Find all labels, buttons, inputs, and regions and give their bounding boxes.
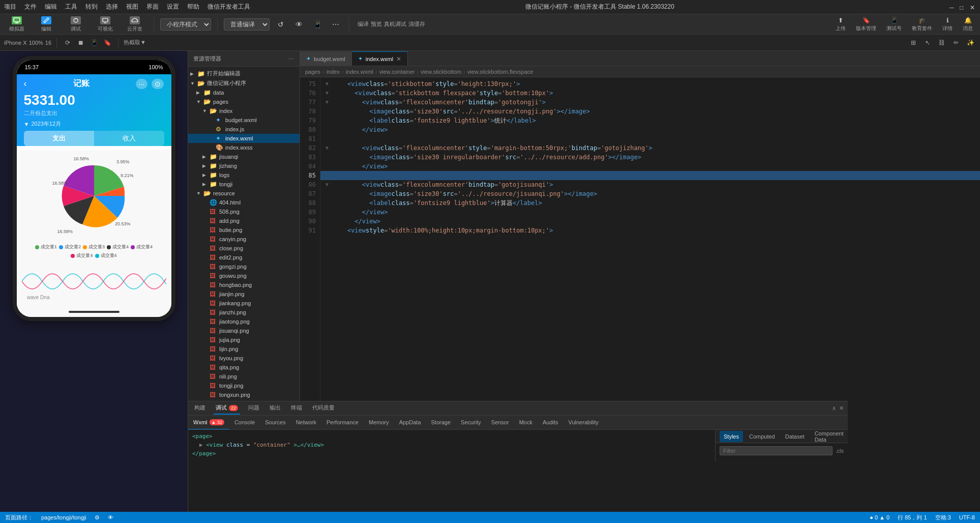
subtab-styles[interactable]: Styles [720,431,743,442]
devtools-tab-performance[interactable]: Performance [321,416,364,430]
code-line[interactable]: <image class='size30 inregularboarder' s… [320,153,980,162]
bottom-tab-quality[interactable]: 代码质量 [310,402,337,415]
menu-item-interface[interactable]: 界面 [146,3,159,11]
menu-item-view[interactable]: 视图 [126,3,138,11]
tree-item[interactable]: ▼📂pages [188,97,300,106]
eye-button[interactable]: 👁 [292,17,306,32]
tree-item[interactable]: 🖼canyin.png [188,235,300,244]
bottom-tab-terminal[interactable]: 终端 [300,402,304,415]
panel-collapse-btn[interactable]: ∧ [832,405,836,412]
more-button[interactable]: ⋯ [329,17,343,32]
tab-index-wxml[interactable]: ✦ index.wxml ✕ [352,51,408,66]
grid-icon[interactable]: ⊞ [908,37,919,48]
tab-budget-wxml[interactable]: ✦ budget.wxml [300,51,352,66]
menu-item-help[interactable]: 帮助 [187,3,199,11]
rotate-button[interactable]: ⟳ [62,37,73,48]
tree-item[interactable]: 🖼tongji.png [188,381,300,390]
wand-icon[interactable]: ✨ [965,37,976,48]
tree-item[interactable]: 🖼jiankang.png [188,299,300,308]
code-line[interactable]: ▼ <view class='stickbottom' style='heigh… [320,79,980,89]
menu-item-project[interactable]: 项目 [4,3,16,11]
tree-item[interactable]: ▶📁jizhang [188,161,300,170]
tree-item[interactable]: 🖼nili.png [188,372,300,381]
simulate-button[interactable]: 模拟器 [4,15,29,34]
back-icon[interactable]: ‹ [24,78,27,89]
filter-input[interactable] [720,446,833,455]
status-eye-icon[interactable]: 👁 [108,514,113,520]
code-line[interactable]: <view style='width:100%;height:10px;marg… [320,226,980,235]
subtab-computed[interactable]: Computed [745,431,779,442]
code-line[interactable]: <image class='size30' src='../../resourc… [320,189,980,198]
tab-expense[interactable]: 支出 [24,131,94,146]
message-button[interactable]: 🔔 消息 [960,16,976,33]
testnum-button[interactable]: 📱 测试号 [883,16,905,33]
tree-item[interactable]: 🖼add.png [188,216,300,225]
filetree-expand-btn[interactable]: ··· [287,54,294,63]
minimize-button[interactable]: ─ [949,4,956,10]
menu-item-edit[interactable]: 编辑 [45,3,57,11]
cloud-button[interactable]: 云开发 [122,15,147,34]
tree-item[interactable]: 🖼butie.png [188,225,300,235]
tree-item[interactable]: 🖼508.png [188,207,300,216]
version-button[interactable]: 🔖 版本管理 [853,16,879,33]
tree-item[interactable]: 🌐404.html [188,198,300,207]
code-line[interactable]: </view> [320,217,980,226]
upload-button[interactable]: ⬆ 上传 [833,16,849,33]
tree-item[interactable]: ▶📁jisuanqi [188,152,300,161]
tree-item[interactable]: ▶📁logs [188,170,300,180]
code-line[interactable]: </view> [320,125,980,134]
editor-button[interactable]: 编辑 [34,15,59,34]
tree-item[interactable]: ▼📂index [188,106,300,115]
debug-button[interactable]: 调试 [63,15,88,34]
tree-item[interactable]: ✦index.wxml [188,134,300,143]
menu-item-tools[interactable]: 工具 [65,3,77,11]
tree-item[interactable]: ✦budget.wxml [188,115,300,125]
tree-item[interactable]: 🖼edit2.png [188,253,300,262]
devtools-tab-security[interactable]: Security [456,416,486,430]
code-line[interactable]: ▼ <view class='stickbottom flexspace' st… [320,89,980,98]
tree-item[interactable]: 🖼gongzi.png [188,262,300,271]
compile-select[interactable]: 普通编译 [224,18,270,31]
tree-item[interactable]: ▼📂微信记账小程序 [188,78,300,88]
tree-item[interactable]: 🖼jisuanqi.png [188,326,300,335]
code-line[interactable]: </view> [320,208,980,217]
devtools-tab-appdata[interactable]: AppData [394,416,426,430]
tree-item[interactable]: 🖼close.png [188,244,300,253]
stop-button[interactable]: ⏹ [75,37,86,48]
code-line[interactable]: ▼ <view class='flexcolumncenter' style='… [320,143,980,153]
menu-dots-icon[interactable]: ··· [136,79,148,89]
tree-item[interactable]: 🖼hongbao.png [188,280,300,289]
details-button[interactable]: ℹ 详情 [939,16,956,33]
tab-income[interactable]: 收入 [94,131,164,146]
tree-item[interactable]: 🖼lvyou.png [188,354,300,363]
menu-item-goto[interactable]: 转到 [85,3,98,11]
code-line[interactable]: <image class='size30' src='../../resourc… [320,107,980,116]
tree-item[interactable]: ⚙index.js [188,125,300,134]
link-icon[interactable]: ⛓ [936,37,947,48]
tree-item[interactable]: 🖼jiaotong.png [188,317,300,326]
tree-item[interactable]: 🖼lijin.png [188,344,300,354]
code-line[interactable]: </view> [320,162,980,171]
code-line[interactable]: ▼ <view class='flexcolumncenter' bindtap… [320,98,980,107]
tab-close-button[interactable]: ✕ [396,55,401,63]
tree-item[interactable]: 🖼gouwu.png [188,271,300,280]
subtab-component[interactable]: Component Data [811,431,848,442]
preview-button[interactable]: 可视化 [93,15,118,34]
phone-button[interactable]: 📱 [310,17,324,32]
code-line[interactable]: <label class='fontsize9 lightblue'>统计</l… [320,116,980,125]
camera-icon[interactable]: ⊙ [152,79,164,89]
devtools-tab-sensor[interactable]: Sensor [486,416,514,430]
wxml-line-view[interactable]: ▶ <view class = "container" >…</view> [300,441,711,449]
devtools-tab-network[interactable]: Network [300,416,321,430]
wxml-line-end[interactable]: </page> [300,449,711,458]
tree-item[interactable]: 🎨index.wxss [188,143,300,152]
menu-item-weixin[interactable]: 微信开发者工具 [207,3,250,11]
maximize-button[interactable]: □ [960,4,966,10]
cursor-icon[interactable]: ↖ [922,37,933,48]
wxml-line-page[interactable]: <page> [300,432,711,441]
tree-item[interactable]: 🖼tongxun.png [188,390,300,399]
screen-capture-btn[interactable]: 热截取▼ [124,39,146,46]
code-line[interactable] [320,134,980,143]
tree-item[interactable]: 🖼qita.png [188,363,300,372]
devtools-tab-memory[interactable]: Memory [364,416,394,430]
